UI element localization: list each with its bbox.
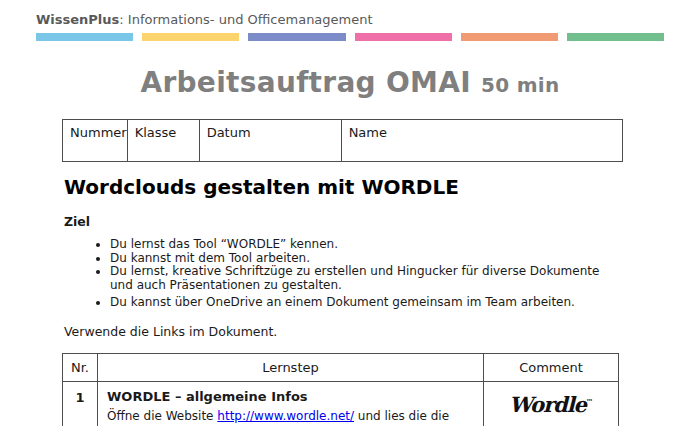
step-text-before-link: Öffne die Website bbox=[107, 409, 214, 423]
step-number: 1 bbox=[63, 381, 98, 426]
step-text: Öffne die Website http://www.wordle.net/… bbox=[107, 409, 473, 423]
info-cell-datum: Datum bbox=[199, 120, 341, 162]
wordle-logo-text: Wordle bbox=[509, 392, 586, 417]
color-bar bbox=[461, 33, 558, 41]
brand-name: WissenPlus bbox=[36, 12, 119, 27]
decorative-color-bars bbox=[36, 33, 664, 41]
goal-label: Ziel bbox=[64, 214, 618, 229]
comment-cell: Wordle™ bbox=[484, 381, 619, 426]
step-text-after-link: und lies die die bbox=[358, 409, 449, 423]
goal-item: Du kannst über OneDrive an einem Dokumen… bbox=[110, 296, 618, 310]
goals-list: Du lernst das Tool “WORDLE” kennen. Du k… bbox=[62, 238, 618, 310]
steps-table: Nr. Lernstep Comment 1 WORDLE – allgemei… bbox=[62, 353, 619, 426]
steps-header-nr: Nr. bbox=[63, 353, 98, 381]
info-label-name: Name bbox=[349, 125, 387, 140]
goal-item: Du lernst, kreative Schriftzüge zu erste… bbox=[110, 265, 618, 292]
info-cell-nummer: Nummer bbox=[63, 120, 128, 162]
table-header-row: Nr. Lernstep Comment bbox=[63, 353, 619, 381]
document-title-text: Arbeitsauftrag OMAI bbox=[140, 66, 471, 99]
worksheet-content: Wordclouds gestalten mit WORDLE Ziel Du … bbox=[62, 175, 618, 339]
trademark-symbol: ™ bbox=[586, 397, 593, 406]
header-subtitle: : Informations- und Officemanagement bbox=[119, 12, 372, 27]
goal-item: Du lernst das Tool “WORDLE” kennen. bbox=[110, 238, 618, 252]
header-brand-line: WissenPlus: Informations- und Officemana… bbox=[36, 12, 664, 28]
color-bar bbox=[567, 33, 664, 41]
info-label-klasse: Klasse bbox=[135, 125, 177, 140]
wordle-website-link[interactable]: http://www.wordle.net/ bbox=[217, 409, 354, 423]
links-note: Verwende die Links im Dokument. bbox=[64, 324, 618, 339]
color-bar bbox=[142, 33, 239, 41]
table-row: Nummer Klasse Datum Name bbox=[63, 120, 623, 162]
steps-header-lernstep: Lernstep bbox=[98, 353, 484, 381]
section-heading: Wordclouds gestalten mit WORDLE bbox=[64, 175, 618, 199]
info-label-datum: Datum bbox=[207, 125, 251, 140]
student-info-table: Nummer Klasse Datum Name bbox=[62, 119, 623, 162]
table-row: 1 WORDLE – allgemeine Infos Öffne die We… bbox=[63, 381, 619, 426]
info-cell-klasse: Klasse bbox=[127, 120, 199, 162]
wordle-logo: Wordle™ bbox=[509, 392, 593, 417]
color-bar bbox=[36, 33, 133, 41]
document-duration: 50 min bbox=[481, 73, 560, 97]
step-cell: WORDLE – allgemeine Infos Öffne die Webs… bbox=[98, 381, 484, 426]
info-label-nummer: Nummer bbox=[70, 125, 127, 140]
color-bar bbox=[355, 33, 452, 41]
step-title: WORDLE – allgemeine Infos bbox=[107, 389, 473, 405]
document-page: WissenPlus: Informations- und Officemana… bbox=[0, 12, 700, 426]
color-bar bbox=[248, 33, 345, 41]
steps-header-comment: Comment bbox=[484, 353, 619, 381]
document-title: Arbeitsauftrag OMAI 50 min bbox=[0, 67, 700, 101]
goal-item: Du kannst mit dem Tool arbeiten. bbox=[110, 252, 618, 266]
document-header: WissenPlus: Informations- und Officemana… bbox=[36, 12, 664, 41]
info-cell-name: Name bbox=[341, 120, 622, 162]
